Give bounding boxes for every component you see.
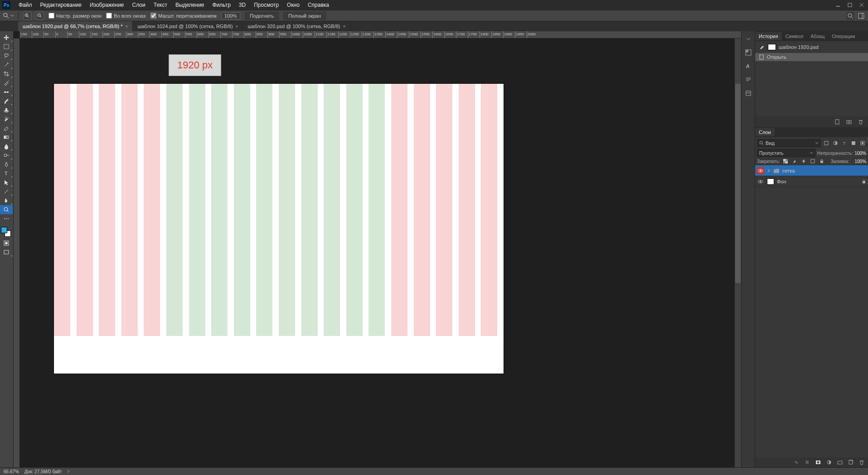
filter-smart-icon[interactable] [859,139,866,147]
document-tab[interactable]: шаблон 320.psd @ 100% (сетка, RGB/8)× [243,21,350,31]
menu-view[interactable]: Просмотр [250,0,283,10]
tool-lasso[interactable] [0,51,13,60]
menu-edit[interactable]: Редактирование [36,0,86,10]
tool-dodge[interactable] [0,151,13,160]
tool-stamp[interactable] [0,106,13,115]
color-swatches[interactable] [0,227,13,239]
current-tool-indicator[interactable] [3,12,14,19]
tool-zoom[interactable] [0,205,13,214]
visibility-toggle[interactable] [757,178,764,185]
window-maximize-button[interactable] [845,1,854,9]
tool-gradient[interactable] [0,133,13,142]
horizontal-ruler[interactable]: 1501005005010015020025030035040045050055… [20,31,741,38]
document-canvas[interactable] [54,84,504,374]
collapse-arrow-icon[interactable] [743,34,753,44]
filter-type-icon[interactable]: T [841,139,848,147]
filter-pixel-icon[interactable] [823,139,830,147]
new-group-icon[interactable] [836,459,844,466]
scrollbar-thumb[interactable] [735,84,741,283]
fill-value[interactable]: 100% [854,159,866,164]
menu-image[interactable]: Изображение [86,0,128,10]
tool-shape[interactable] [0,187,13,196]
tool-marquee[interactable] [0,42,13,51]
tab-character[interactable]: Символ [782,32,807,40]
tool-screenmode[interactable] [0,248,13,257]
fit-screen-button[interactable]: Подогнать [245,12,279,20]
all-windows-checkbox[interactable]: Во всех окнах [106,13,146,19]
tool-edit-toolbar[interactable] [0,214,13,223]
status-doc-info[interactable]: Док: 27,5M/0 байт [24,469,62,474]
foreground-color-swatch[interactable] [1,227,7,233]
layer-item[interactable]: Фон [755,176,868,187]
vertical-scrollbar[interactable] [735,38,741,467]
tool-brush[interactable] [0,96,13,106]
layer-item[interactable]: сетка [755,165,868,176]
lock-position-icon[interactable] [800,158,807,165]
tool-move[interactable] [0,33,13,42]
menu-3d[interactable]: 3D [235,0,250,10]
close-icon[interactable]: × [343,24,346,29]
lock-transparency-icon[interactable] [782,158,789,165]
properties-panel-icon[interactable] [743,88,753,98]
tab-paragraph[interactable]: Абзац [807,32,828,40]
tool-crop[interactable] [0,69,13,78]
chevron-right-icon[interactable] [767,169,771,173]
scrub-zoom-checkbox[interactable]: Масшт. перетаскиванием [150,13,217,19]
zoom-in-button[interactable] [23,12,31,20]
filter-shape-icon[interactable] [850,139,857,147]
fullscreen-button[interactable]: Полный экран [283,12,326,20]
menu-file[interactable]: Файл [15,0,36,10]
tool-history-brush[interactable] [0,115,13,124]
document-tab[interactable]: шаблон 1024.psd @ 100% (сетка, RGB/8)× [133,21,243,31]
new-layer-icon[interactable] [847,459,854,466]
document-tab[interactable]: шаблон 1920.psd @ 66,7% (сетка, RGB/8) *… [18,21,133,31]
workspace-switcher-icon[interactable] [857,12,865,20]
history-document-header[interactable]: шаблон 1920.psd [755,41,868,53]
chevron-right-icon[interactable] [67,470,70,473]
color-panel-icon[interactable] [743,48,753,58]
status-zoom[interactable]: 66.67% [4,469,19,474]
paragraph-panel-icon[interactable] [743,75,753,85]
tool-eraser[interactable] [0,124,13,133]
close-icon[interactable]: × [126,24,128,29]
lock-paint-icon[interactable] [791,158,798,165]
tab-layers[interactable]: Слои [755,128,775,136]
camera-icon[interactable] [845,118,853,125]
mask-icon[interactable] [815,459,822,466]
character-panel-icon[interactable]: A [743,61,753,71]
menu-layers[interactable]: Слои [128,0,150,10]
visibility-toggle[interactable] [757,167,764,174]
create-document-icon[interactable] [834,118,841,125]
menu-help[interactable]: Справка [304,0,333,10]
tool-path-selection[interactable] [0,178,13,187]
menu-text[interactable]: Текст [150,0,171,10]
tool-type[interactable]: T [0,169,13,178]
tool-hand[interactable] [0,196,13,205]
tool-eyedropper[interactable] [0,78,13,87]
canvas-area[interactable]: 1920 px [20,38,735,467]
tool-healing[interactable] [0,87,13,96]
filter-adjustment-icon[interactable] [832,139,839,147]
tool-blur[interactable] [0,142,13,151]
menu-window[interactable]: Окно [283,0,304,10]
window-close-button[interactable] [857,1,866,9]
search-icon[interactable] [846,12,854,20]
history-state[interactable]: Открыть [755,53,868,61]
lock-all-icon[interactable] [818,158,825,165]
close-icon[interactable]: × [236,24,238,29]
tool-magic-wand[interactable] [0,60,13,69]
zoom-value-input[interactable]: 100% [221,12,240,19]
menu-select[interactable]: Выделение [171,0,209,10]
resize-windows-checkbox[interactable]: Настр. размер окон [48,13,102,19]
trash-icon[interactable] [858,459,865,466]
opacity-value[interactable]: 100% [854,151,866,156]
zoom-out-button[interactable] [36,12,44,20]
tab-history[interactable]: История [755,32,782,40]
tab-actions[interactable]: Операции [828,32,858,40]
window-minimize-button[interactable] [834,1,843,9]
vertical-ruler[interactable] [14,38,20,467]
trash-icon[interactable] [857,118,864,125]
menu-filter[interactable]: Фильтр [209,0,235,10]
tool-quickmask[interactable] [0,239,13,248]
fx-icon[interactable]: fx [804,459,811,466]
